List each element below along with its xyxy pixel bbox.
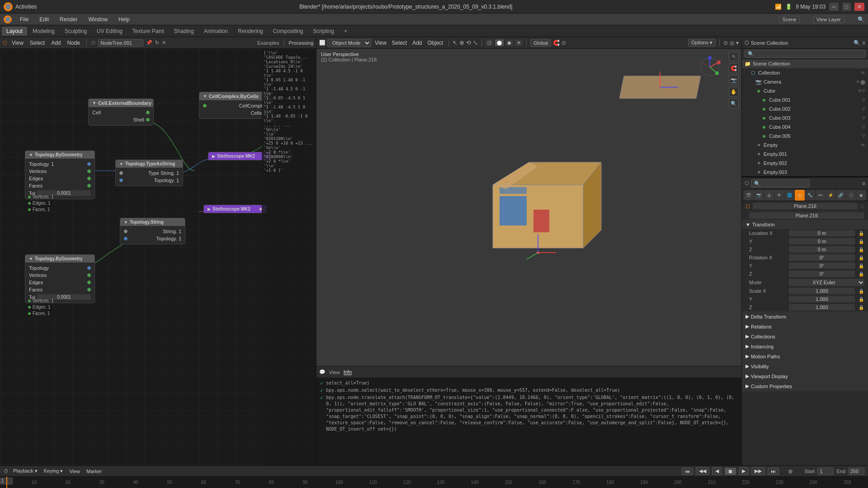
instancing-header[interactable]: ▶ Instancing (742, 342, 868, 351)
viewport-3d[interactable]: User Perspective (1) Collection | Plane.… (316, 49, 741, 366)
vp-menu-select[interactable]: Select (390, 39, 409, 47)
end-frame-input[interactable] (848, 468, 864, 475)
tab-add[interactable]: + (340, 27, 352, 36)
location-y-input[interactable] (789, 238, 855, 244)
outliner-empty-002[interactable]: ✦ Empty.002 (742, 159, 868, 168)
prop-tab-physics[interactable]: ⚡ (826, 190, 835, 201)
overlay-icon[interactable]: ⊙ (723, 40, 728, 46)
prop-tab-render[interactable]: 📷 (754, 190, 764, 201)
location-z-lock[interactable]: 🔒 (859, 247, 864, 252)
vp-icon-4[interactable]: ⤡ (473, 39, 478, 46)
shade-render[interactable]: ☀ (515, 39, 523, 46)
outliner-search-input[interactable] (745, 50, 865, 58)
info-tab-view[interactable]: View (329, 370, 340, 375)
location-y-lock[interactable]: 🔒 (859, 239, 864, 244)
location-z-input[interactable] (789, 246, 855, 253)
shade-solid[interactable]: ⬤ (495, 39, 504, 46)
step-fwd-btn[interactable]: ▶▶ (751, 467, 765, 475)
rotation-y-input[interactable] (789, 263, 855, 269)
location-x-lock[interactable]: 🔒 (859, 231, 864, 236)
vp-icon-3[interactable]: ⟲ (466, 39, 471, 46)
node-cellcomplex-bycells[interactable]: ▼ CellComplex.ByCells CellComplex Cells (199, 92, 271, 119)
outliner-collection[interactable]: ⬡ Collection 👁 (742, 68, 868, 77)
viewport-display-header[interactable]: ▶ Viewport Display (742, 371, 868, 381)
node-menu-node[interactable]: Node (66, 39, 82, 47)
tab-rendering[interactable]: Rendering (233, 27, 267, 36)
scale-z-input[interactable] (789, 304, 855, 310)
prop-tab-object[interactable]: ◻ (795, 190, 805, 201)
socket-faces-1[interactable] (87, 184, 91, 188)
socket-edges-2[interactable] (87, 281, 91, 284)
xray-icon[interactable]: ◎ (730, 40, 734, 46)
anim-record-icon[interactable]: ⏺ (787, 468, 793, 475)
node-refresh-icon[interactable]: ↻ (155, 40, 159, 46)
search-icon-header[interactable]: 🔍 (858, 16, 864, 23)
prop-tab-constraints[interactable]: 🔗 (836, 190, 846, 201)
outliner-camera[interactable]: 📷 Camera 👁 ⬤ (742, 77, 868, 86)
stop-btn[interactable]: ⏹ (725, 468, 736, 475)
node-menu-view[interactable]: View (10, 39, 25, 47)
prop-tab-view[interactable]: 👁 (774, 190, 784, 201)
tab-uv-editing[interactable]: UV Editing (92, 27, 127, 36)
empty-vis[interactable]: 👁 (861, 143, 865, 148)
scale-y-lock[interactable]: 🔒 (859, 297, 864, 302)
prop-tab-scene[interactable]: 🎬 (744, 190, 754, 201)
rotation-x-input[interactable] (789, 254, 855, 261)
examples-label[interactable]: Examples (257, 40, 279, 46)
camera-vis-icon[interactable]: 👁 (856, 80, 860, 84)
hand-tool-icon[interactable]: ✋ (729, 87, 739, 97)
outliner-cube-004[interactable]: ■ Cube.004 ▽ (742, 122, 868, 131)
keying-menu[interactable]: Keying ▾ (42, 468, 65, 474)
orient-selector[interactable]: Global (530, 39, 551, 47)
outliner-cube-002[interactable]: ■ Cube.002 ▽ (742, 104, 868, 113)
cube-parent-vis[interactable]: 👁 (858, 89, 862, 94)
rotation-x-lock[interactable]: 🔒 (859, 255, 864, 260)
prop-tab-particles[interactable]: ••• (816, 190, 826, 201)
minimize-btn[interactable]: ─ (829, 3, 839, 11)
motion-paths-header[interactable]: ▶ Motion Paths (742, 352, 868, 361)
scale-z-lock[interactable]: 🔒 (859, 305, 864, 310)
node-pin-icon[interactable]: 📌 (146, 40, 152, 46)
blender-menu-logo[interactable]: 🌀 (4, 15, 12, 23)
socket-cell-input[interactable] (146, 111, 150, 114)
shade-wire[interactable]: ⬡ (486, 39, 493, 46)
move-tool-icon[interactable]: ↖ (729, 52, 739, 61)
play-back-btn[interactable]: ◀ (712, 467, 722, 475)
custom-props-header[interactable]: ▶ Custom Properties (742, 381, 868, 391)
node-topology-typeasstring[interactable]: ▼ Topology.TypeAsString Type String. 1 T… (115, 160, 183, 186)
tab-texture-paint[interactable]: Texture Paint (128, 27, 169, 36)
scale-x-lock[interactable]: 🔒 (859, 289, 864, 294)
socket-cellcomplex-input[interactable] (203, 104, 207, 108)
vp-menu-add[interactable]: Add (410, 39, 424, 47)
props-search-input[interactable] (751, 179, 810, 188)
tab-modeling[interactable]: Modeling (28, 27, 59, 36)
socket-typestring-out[interactable] (119, 171, 123, 175)
outliner-search-icon[interactable]: 🔍 (854, 40, 860, 46)
vp-shading-extra[interactable]: ▾ (736, 40, 739, 46)
node-menu-select[interactable]: Select (28, 39, 47, 47)
scale-x-input[interactable] (789, 288, 855, 294)
prop-tab-world[interactable]: 🌐 (785, 190, 795, 201)
properties-panel[interactable]: ▼ Transform Location X 🔒 Y 🔒 Z 🔒 (742, 220, 868, 465)
tab-sculpting[interactable]: Sculpting (60, 27, 91, 36)
scale-y-input[interactable] (789, 296, 855, 302)
selected-obj-name[interactable] (753, 203, 858, 209)
menu-window[interactable]: Window (85, 15, 110, 23)
rotation-z-input[interactable] (789, 271, 855, 277)
socket-string-out[interactable] (124, 230, 127, 233)
window-buttons[interactable]: 📶 🔋 9 May 19:03 ─ □ ✕ (775, 3, 864, 11)
menu-file[interactable]: File (17, 15, 31, 23)
outliner-cube-001[interactable]: ■ Cube.001 ▽ (742, 95, 868, 104)
outliner-empty-003[interactable]: ✦ Empty.003 (742, 168, 868, 177)
outliner-tree[interactable]: 📁 Scene Collection ⬡ Collection 👁 📷 Came… (742, 59, 868, 177)
socket-topo-1[interactable] (87, 162, 91, 166)
vp-icon-1[interactable]: ↖ (453, 39, 458, 46)
object-mode-selector[interactable]: Object Mode Edit Mode Sculpt Mode (327, 39, 371, 47)
outliner-empty-001[interactable]: ✦ Empty.001 (742, 150, 868, 159)
outliner-cube-parent[interactable]: ■ Cube 👁 ▽ (742, 86, 868, 95)
camera-tool-icon[interactable]: 📷 (729, 75, 739, 85)
info-log[interactable]: ✓ select_all=True) ✓ bpy.ops.node.select… (316, 378, 741, 465)
step-back-btn[interactable]: ◀◀ (696, 467, 709, 475)
node-close-icon[interactable]: ✕ (162, 40, 166, 46)
jump-end-btn[interactable]: ⏭ (768, 468, 779, 475)
